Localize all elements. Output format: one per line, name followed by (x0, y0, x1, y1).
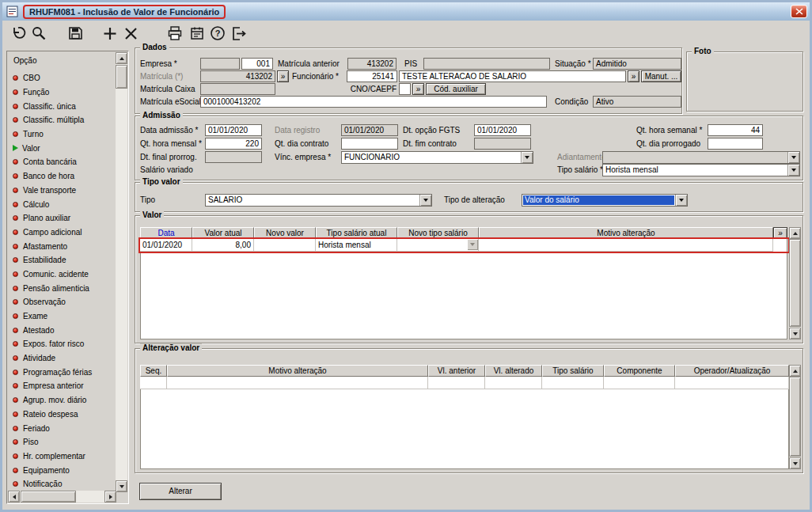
manut-button[interactable]: Manut. ... (641, 70, 681, 82)
sidebar-item-atestado[interactable]: Atestado (9, 323, 115, 337)
tipo-salario-combo[interactable]: Horista mensal (602, 164, 800, 176)
chevron-down-icon[interactable] (787, 165, 799, 176)
cno-caepf-lookup-button[interactable]: » (412, 83, 424, 95)
sidebar-item-comunic-acidente[interactable]: Comunic. acidente (9, 267, 115, 282)
tipo-alteracao-combo[interactable]: Valor do salário (522, 194, 688, 207)
exit-button[interactable] (229, 24, 248, 43)
title-bar[interactable]: RHUFM081 - Inclusão de Valor de Funcioná… (2, 2, 810, 21)
scroll-right-icon[interactable] (104, 491, 116, 503)
sidebar-item-observacao[interactable]: Observação (9, 295, 115, 309)
alteracao-vertical-scrollbar[interactable] (789, 365, 801, 469)
field-qt-hora-semanal[interactable]: 44 (708, 124, 763, 136)
field-qt-dia-prorrogado[interactable] (708, 138, 763, 150)
field-qt-dia-contrato[interactable] (341, 138, 398, 150)
valor-row-cell-3[interactable]: Horista mensal (316, 239, 397, 252)
field-cno-caepf[interactable] (399, 83, 411, 95)
field-qt-hora-mensal[interactable]: 220 (205, 138, 262, 150)
sidebar-item-plano-auxiliar[interactable]: Plano auxiliar (9, 211, 115, 226)
sidebar-item-exame[interactable]: Exame (9, 309, 115, 324)
tipo-combo[interactable]: SALARIO (205, 194, 432, 207)
alteracao-row-cell-3[interactable] (485, 377, 542, 389)
sidebar-item-piso[interactable]: Piso (9, 435, 115, 449)
sidebar-item-hr-complementar[interactable]: Hr. complementar (9, 449, 115, 464)
alterar-button[interactable]: Alterar (139, 483, 222, 500)
alteracao-row-cell-6[interactable] (675, 377, 789, 389)
scroll-down-icon[interactable] (789, 328, 801, 339)
sidebar-item-vale-transporte[interactable]: Vale transporte (9, 184, 115, 198)
scroll-down-icon[interactable] (116, 480, 127, 492)
field-matricula-esocial[interactable]: 0001000413202 (200, 96, 547, 108)
sidebar-item-turno[interactable]: Turno (9, 127, 115, 142)
scrollbar-thumb[interactable] (789, 239, 801, 327)
field-funcionario-name[interactable]: TESTE ALTERACAO DE SALARIO (399, 70, 626, 82)
chevron-down-icon[interactable] (521, 152, 533, 163)
field-data-admissao[interactable]: 01/01/2020 (205, 124, 262, 136)
delete-button[interactable] (121, 24, 140, 43)
scroll-left-icon[interactable] (8, 491, 20, 503)
sidebar-item-funcao[interactable]: Função (9, 85, 115, 100)
valor-row-cell-1[interactable]: 8,00 (192, 239, 254, 252)
sidebar-horizontal-scrollbar[interactable] (8, 491, 116, 503)
valor-row-cell-2[interactable] (254, 239, 316, 252)
cod-auxiliar-button[interactable]: Cód. auxiliar (426, 83, 486, 95)
sidebar-item-expos-fator-risco[interactable]: Expos. fator risco (9, 337, 115, 351)
alteracao-row-cell-1[interactable] (167, 377, 428, 389)
scroll-up-icon[interactable] (789, 227, 801, 239)
sidebar-item-cbo[interactable]: CBO (9, 71, 115, 85)
field-dt-opcao-fgts[interactable]: 01/01/2020 (474, 124, 531, 136)
add-button[interactable] (101, 24, 120, 43)
sidebar-item-classific-multipla[interactable]: Classific. múltipla (9, 113, 115, 127)
undo-button[interactable] (9, 24, 28, 43)
sidebar-item-programacao-ferias[interactable]: Programação férias (9, 365, 115, 379)
alteracao-row-cell-2[interactable] (428, 377, 485, 389)
field-funcionario-code[interactable]: 25141 (347, 70, 397, 82)
sidebar-item-conta-bancaria[interactable]: Conta bancária (9, 155, 115, 169)
chevron-down-icon[interactable] (675, 195, 687, 206)
sidebar-item-campo-adicional[interactable]: Campo adicional (9, 226, 115, 240)
sidebar-item-equipamento[interactable]: Equipamento (9, 463, 115, 477)
valor-more-button[interactable]: » (773, 227, 787, 239)
alteracao-empty-row[interactable] (140, 377, 789, 389)
scrollbar-thumb[interactable] (789, 377, 801, 457)
sidebar-item-rateio-despesa[interactable]: Rateio despesa (9, 408, 115, 422)
sidebar-vertical-scrollbar[interactable] (116, 52, 127, 492)
scrollbar-thumb[interactable] (116, 65, 127, 89)
sidebar-item-agrup-mov-diario[interactable]: Agrup. mov. diário (9, 393, 115, 408)
sidebar-item-banco-de-hora[interactable]: Banco de hora (9, 169, 115, 184)
valor-row-cell-0[interactable]: 01/01/2020 (140, 239, 192, 252)
scroll-up-icon[interactable] (116, 52, 127, 64)
sidebar-item-estabilidade[interactable]: Estabilidade (9, 253, 115, 267)
sidebar-item-valor[interactable]: Valor (9, 141, 115, 155)
funcionario-lookup-button[interactable]: » (628, 70, 639, 82)
valor-row-cell-4[interactable] (397, 239, 479, 252)
sidebar-item-empresa-anterior[interactable]: Empresa anterior (9, 379, 115, 393)
valor-row[interactable]: 01/01/20208,00Horista mensal (140, 239, 773, 252)
alteracao-row-cell-5[interactable] (604, 377, 675, 389)
sidebar-item-classific-unica[interactable]: Classific. única (9, 99, 115, 113)
field-empresa[interactable]: 001 (241, 58, 273, 70)
scroll-up-icon[interactable] (789, 365, 801, 377)
sidebar-item-notificacao[interactable]: Notificação (9, 477, 115, 487)
alteracao-row-cell-0[interactable] (140, 377, 167, 389)
search-button[interactable] (29, 24, 48, 43)
calendar-button[interactable] (188, 24, 207, 43)
sidebar-item-calculo[interactable]: Cálculo (9, 197, 115, 211)
alteracao-row-cell-4[interactable] (542, 377, 604, 389)
sidebar-item-pensao-alimenticia[interactable]: Pensão alimenticia (9, 281, 115, 295)
print-button[interactable] (165, 24, 184, 43)
sidebar-item-atividade[interactable]: Atividade (9, 351, 115, 366)
sidebar-item-afastamento[interactable]: Afastamento (9, 239, 115, 253)
cell-combo-chevron-down-icon[interactable] (467, 239, 478, 250)
valor-row-cell-5[interactable] (479, 239, 773, 252)
close-button[interactable] (791, 5, 807, 18)
vinc-empresa-combo[interactable]: FUNCIONARIO (341, 151, 533, 164)
chevron-down-icon[interactable] (419, 195, 431, 206)
help-button[interactable]: ? (208, 24, 227, 43)
matricula-lookup-button[interactable]: » (277, 70, 289, 82)
sidebar-item-feriado[interactable]: Feriado (9, 421, 115, 435)
save-button[interactable] (66, 24, 85, 43)
scrollbar-thumb[interactable] (21, 491, 76, 503)
scroll-down-icon[interactable] (789, 457, 801, 469)
valor-vertical-scrollbar[interactable] (789, 227, 801, 339)
sidebar-item-label: Banco de hora (23, 172, 74, 180)
